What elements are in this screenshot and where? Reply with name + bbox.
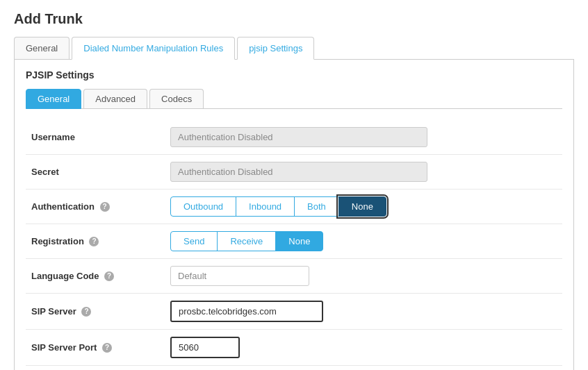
value-sip-server-port [165, 330, 562, 366]
inner-tab-advanced[interactable]: Advanced [83, 89, 147, 108]
row-context: Context ? [26, 366, 562, 371]
value-authentication: Outbound Inbound Both None [165, 190, 562, 224]
authentication-btn-group: Outbound Inbound Both None [170, 196, 557, 217]
section-container: PJSIP Settings General Advanced Codecs U… [14, 60, 574, 370]
label-secret: Secret [26, 155, 165, 190]
secret-input[interactable]: Authentication Disabled [170, 162, 427, 182]
label-language-code: Language Code ? [26, 259, 165, 294]
section-title: PJSIP Settings [26, 69, 562, 81]
value-secret: Authentication Disabled [165, 155, 562, 190]
label-sip-server: SIP Server ? [26, 294, 165, 330]
page-container: Add Trunk General Dialed Number Manipula… [0, 0, 588, 370]
page-title: Add Trunk [14, 11, 574, 27]
label-username: Username [26, 120, 165, 155]
tab-pjsip[interactable]: pjsip Settings [237, 37, 314, 60]
auth-btn-inbound[interactable]: Inbound [236, 196, 295, 217]
tab-general[interactable]: General [14, 37, 70, 59]
reg-btn-none[interactable]: None [275, 231, 323, 251]
inner-tabs: General Advanced Codecs [26, 89, 562, 109]
username-input[interactable]: Authentication Disabled [170, 127, 427, 147]
label-sip-server-port: SIP Server Port ? [26, 330, 165, 366]
auth-btn-outbound[interactable]: Outbound [170, 196, 236, 217]
language-code-help-icon[interactable]: ? [104, 271, 114, 281]
sip-server-port-input[interactable] [170, 337, 240, 358]
tab-dialed[interactable]: Dialed Number Manipulation Rules [72, 37, 235, 60]
row-authentication: Authentication ? Outbound Inbound Both N… [26, 190, 562, 224]
auth-btn-none[interactable]: None [338, 196, 386, 217]
registration-btn-group: Send Receive None [170, 231, 557, 251]
label-registration: Registration ? [26, 224, 165, 259]
value-registration: Send Receive None [165, 224, 562, 259]
row-registration: Registration ? Send Receive None [26, 224, 562, 259]
value-sip-server [165, 294, 562, 330]
auth-btn-both[interactable]: Both [294, 196, 339, 217]
registration-help-icon[interactable]: ? [89, 237, 99, 246]
inner-tab-general[interactable]: General [26, 89, 81, 109]
label-context: Context ? [26, 366, 165, 371]
row-sip-server: SIP Server ? [26, 294, 562, 330]
value-context [165, 366, 562, 371]
inner-tab-codecs[interactable]: Codecs [149, 89, 204, 108]
row-sip-server-port: SIP Server Port ? [26, 330, 562, 366]
sip-server-port-help-icon[interactable]: ? [102, 343, 112, 353]
language-code-input[interactable] [170, 266, 309, 286]
form-table: Username Authentication Disabled Secret … [26, 120, 562, 370]
row-username: Username Authentication Disabled [26, 120, 562, 155]
reg-btn-send[interactable]: Send [170, 231, 218, 251]
value-username: Authentication Disabled [165, 120, 562, 155]
reg-btn-receive[interactable]: Receive [217, 231, 276, 251]
sip-server-input[interactable] [170, 301, 323, 322]
authentication-help-icon[interactable]: ? [100, 202, 110, 212]
value-language-code [165, 259, 562, 294]
row-secret: Secret Authentication Disabled [26, 155, 562, 190]
label-authentication: Authentication ? [26, 190, 165, 224]
top-tabs: General Dialed Number Manipulation Rules… [14, 37, 574, 60]
sip-server-help-icon[interactable]: ? [81, 307, 91, 317]
row-language-code: Language Code ? [26, 259, 562, 294]
